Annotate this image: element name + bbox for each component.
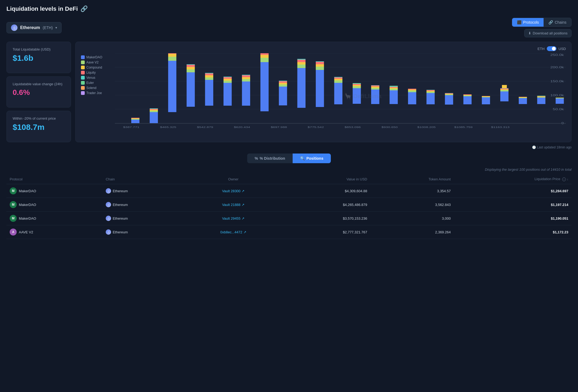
chevron-down-icon: ▾ [55,26,57,30]
svg-text:0: 0 [561,122,564,125]
svg-rect-64 [334,83,342,104]
svg-rect-32 [205,75,213,77]
svg-rect-30 [205,80,213,106]
table-display-info: Displaying the largest 100 positions out… [6,168,572,172]
chain-selector[interactable]: ⟠ Ethereum (ETH) ▾ [6,22,62,33]
col-liquidation-price[interactable]: Liquidation Price i ↓ [454,174,572,184]
svg-rect-53 [279,81,287,81]
svg-rect-90 [427,93,435,104]
svg-rect-82 [389,88,398,89]
chains-tab[interactable]: 🔗 Chains [544,18,571,27]
distribution-view-btn[interactable]: % % Distribution [247,154,293,163]
chain-value: Ethereum [113,189,128,193]
svg-rect-46 [260,58,268,62]
svg-text:$1008.205: $1008.205 [417,126,436,129]
svg-rect-69 [353,88,361,104]
chart-container: ETH USD MakerDAO Aave V2 [75,42,572,142]
svg-rect-45 [260,62,268,111]
svg-rect-111 [500,88,508,89]
chain-name: Ethereum [20,25,40,30]
svg-text:$697.988: $697.988 [271,126,287,129]
svg-rect-107 [482,96,490,96]
svg-rect-40 [242,81,250,106]
svg-rect-48 [260,53,268,55]
svg-text:$465.325: $465.325 [160,126,176,129]
eth-icon: ⟠ [106,202,111,207]
svg-rect-96 [445,94,453,95]
svg-rect-78 [371,85,379,87]
svg-rect-63 [316,61,324,62]
owner-link[interactable]: Vault 28300 ↗ [189,189,277,193]
svg-rect-16 [150,112,158,123]
owner-link[interactable]: Vault 29455 ↗ [189,216,277,220]
owner-link[interactable]: 0xb8ec...4472 ↗ [189,230,277,234]
owner-link[interactable]: Vault 21888 ↗ [189,203,277,207]
svg-rect-86 [408,92,416,104]
download-all-button[interactable]: ⬇ Download all positions [524,29,572,37]
svg-text:50.0k: 50.0k [553,108,564,111]
svg-rect-106 [482,96,490,97]
svg-rect-55 [297,65,305,68]
liq-price-info-icon[interactable]: i [562,177,566,181]
svg-rect-59 [316,70,324,107]
svg-rect-99 [445,93,453,93]
svg-text:$775.542: $775.542 [308,126,324,129]
svg-rect-19 [150,109,158,110]
eth-usd-toggle[interactable] [547,46,556,51]
positions-view-btn[interactable]: 🔍 Positions [293,154,331,163]
eth-icon: ⟠ [106,229,111,235]
col-token-amount: Token Amount [370,174,454,184]
protocol-name: MakerDAO [19,203,36,207]
svg-rect-42 [242,77,250,79]
svg-rect-33 [205,73,213,75]
svg-text:$542.879: $542.879 [197,126,213,129]
svg-rect-27 [187,67,195,69]
svg-rect-114 [519,98,527,104]
svg-rect-112 [500,88,508,88]
svg-rect-70 [353,86,361,88]
svg-text:150.0k: 150.0k [550,80,564,83]
svg-rect-24 [168,53,176,54]
protocols-tab[interactable]: ⬛ Protocols [512,18,544,27]
within-20-label: Within -20% of current price [13,116,65,120]
chain-ticker: (ETH) [43,26,53,30]
svg-rect-51 [279,83,287,84]
liquidatable-change-label: Liquidatable value change (24h) [13,82,65,86]
eth-icon: ⟠ [106,216,111,221]
table-row: M MakerDAO ⟠ Ethereum Vault 29455 ↗ [6,212,572,225]
chain-value: Ethereum [113,203,128,207]
svg-rect-18 [150,110,158,111]
bar-chart-svg: 0 50.0k 100.0k 150.0k 200.0k 250.0k [115,53,566,139]
search-icon: 🔍 [300,156,305,161]
svg-rect-31 [205,77,213,80]
protocol-name: AAVE V2 [19,230,33,234]
svg-rect-47 [260,55,268,58]
chain-icon: ⟠ [11,24,17,31]
download-icon: ⬇ [528,31,531,35]
svg-text:$853.096: $853.096 [345,126,361,129]
last-updated: 🕐 Last updated 18min ago [6,145,572,149]
svg-rect-29 [187,64,195,65]
svg-rect-125 [556,98,564,98]
svg-text:$1163.313: $1163.313 [491,126,510,129]
protocol-icon-makerdao-2: M [10,201,17,208]
svg-rect-23 [168,54,176,57]
positions-table: Protocol Chain Owner Value in USD Token … [6,174,572,239]
svg-rect-102 [463,95,471,95]
svg-rect-68 [334,77,342,77]
svg-rect-117 [519,97,527,97]
svg-rect-108 [500,91,508,101]
svg-rect-118 [537,98,545,104]
legend-item-traderjoe: Trader Joe [81,91,111,95]
svg-rect-103 [463,94,471,95]
svg-rect-89 [408,89,416,90]
svg-text:250.0k: 250.0k [550,53,564,56]
svg-rect-54 [297,68,305,108]
usd-toggle-label: USD [559,47,566,51]
svg-rect-61 [316,64,324,67]
svg-rect-124 [556,98,564,98]
svg-rect-87 [408,91,416,92]
external-link-icon: ↗ [242,216,244,220]
legend-item-liquity: Liquity [81,71,111,74]
protocols-tab-icon: ⬛ [517,20,522,24]
